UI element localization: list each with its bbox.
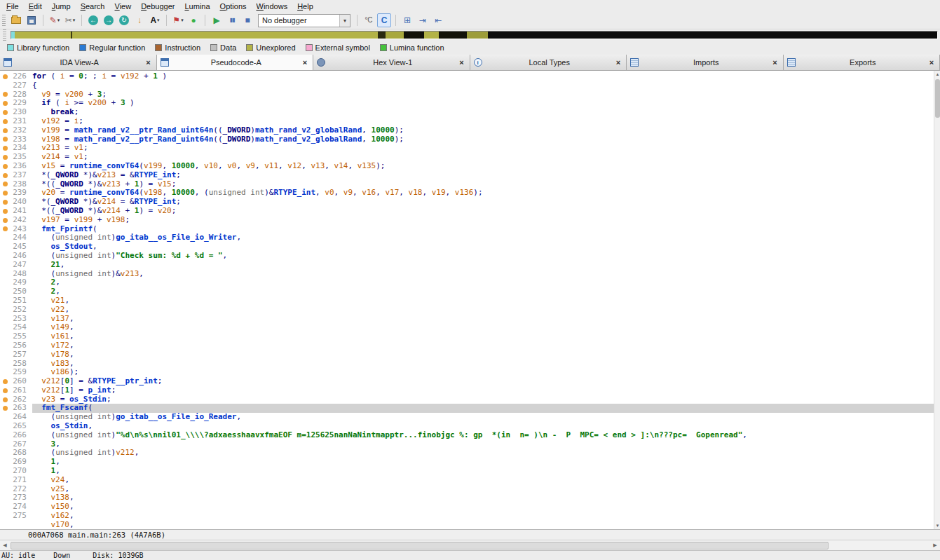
code-text[interactable]: v22, xyxy=(32,306,934,315)
code-text[interactable]: v137, xyxy=(32,315,934,324)
code-line-230[interactable]: 230 break; xyxy=(0,108,934,117)
tab-close-icon[interactable]: × xyxy=(927,58,936,67)
code-line-269[interactable]: 269 1, xyxy=(0,458,934,467)
code-text[interactable]: v25, xyxy=(32,485,934,494)
code-line-226[interactable]: 226for ( i = 0; ; i = v192 + 1 ) xyxy=(0,72,934,81)
code-text[interactable]: 2, xyxy=(32,287,934,296)
code-line-264[interactable]: 264 (unsigned int)go_itab__os_File_io_Re… xyxy=(0,413,934,422)
navband-segment-4[interactable] xyxy=(378,32,386,39)
navband-segment-8[interactable] xyxy=(439,32,467,39)
menu-edit[interactable]: Edit xyxy=(24,1,47,11)
code-line-272[interactable]: 272 v25, xyxy=(0,485,934,494)
code-text[interactable]: v24, xyxy=(32,476,934,485)
exports-list-button[interactable]: ⇤ xyxy=(431,13,445,27)
code-line-249[interactable]: 249 2, xyxy=(0,278,934,287)
imports-list-button[interactable]: ⇥ xyxy=(416,13,430,27)
menu-debugger[interactable]: Debugger xyxy=(136,1,179,11)
navband-segment-1[interactable] xyxy=(15,32,70,39)
code-line-229[interactable]: 229 if ( i >= v200 + 3 ) xyxy=(0,99,934,108)
menu-options[interactable]: Options xyxy=(215,1,252,11)
code-line-260[interactable]: 260 v212[0] = &RTYPE__ptr_int; xyxy=(0,377,934,386)
code-text[interactable]: v183, xyxy=(32,360,934,369)
code-text[interactable]: v212[0] = &RTYPE__ptr_int; xyxy=(32,377,934,386)
menu-search[interactable]: Search xyxy=(76,1,110,11)
code-line-261[interactable]: 261 v212[1] = p_int; xyxy=(0,386,934,395)
code-text[interactable]: (unsigned int)go_itab__os_File_io_Reader… xyxy=(32,413,934,422)
navband-segment-5[interactable] xyxy=(386,32,404,39)
code-line-228[interactable]: 228 v9 = v200 + 3; xyxy=(0,90,934,100)
code-text[interactable]: v198 = math_rand_v2__ptr_Rand_uint64n((_… xyxy=(32,135,934,144)
toolbar-drag-handle[interactable] xyxy=(2,15,6,26)
code-text[interactable]: v186); xyxy=(32,368,934,377)
code-text[interactable]: (unsigned int)"%d\n%s\nnil01_\\\\?adxaes… xyxy=(32,431,934,440)
code-text[interactable]: v149, xyxy=(32,323,934,332)
tab-close-icon[interactable]: × xyxy=(144,58,153,67)
breakpoint-flag-button[interactable]: ⚑▾ xyxy=(171,13,185,27)
code-text[interactable]: v197 = v199 + v198; xyxy=(32,216,934,225)
code-text[interactable]: 1, xyxy=(32,467,934,476)
code-text[interactable]: v162, xyxy=(32,512,934,521)
code-text[interactable]: if ( i >= v200 + 3 ) xyxy=(32,99,934,108)
code-text[interactable]: 21, xyxy=(32,261,934,270)
code-line-254[interactable]: 254 v149, xyxy=(0,323,934,332)
navband-segment-6[interactable] xyxy=(404,32,424,39)
code-text[interactable]: (unsigned int)go_itab__os_File_io_Writer… xyxy=(32,233,934,243)
vertical-scroll-thumb[interactable] xyxy=(935,79,940,118)
code-line-256[interactable]: 256 v172, xyxy=(0,341,934,350)
code-text[interactable]: v150, xyxy=(32,503,934,512)
nav-forward-button[interactable]: → xyxy=(102,13,116,27)
menu-view[interactable]: View xyxy=(110,1,137,11)
navband-segment-3[interactable] xyxy=(72,32,378,39)
chevron-down-icon[interactable]: ▾ xyxy=(339,15,350,27)
code-line-227[interactable]: 227{ xyxy=(0,81,934,90)
code-text[interactable]: (unsigned int)"Check sum: %d + %d = ", xyxy=(32,252,934,261)
code-line-244[interactable]: 244 (unsigned int)go_itab__os_File_io_Wr… xyxy=(0,233,934,243)
desktop-grid-button[interactable]: ⊞ xyxy=(400,13,414,27)
jump-address-button[interactable]: ↓ xyxy=(132,13,147,27)
code-line-268[interactable]: 268 (unsigned int)v212, xyxy=(0,449,934,458)
navband-drag-handle[interactable] xyxy=(3,29,6,41)
code-line-258[interactable]: 258 v183, xyxy=(0,360,934,369)
code-line-270[interactable]: 270 1, xyxy=(0,467,934,476)
code-line-233[interactable]: 233 v198 = math_rand_v2__ptr_Rand_uint64… xyxy=(0,135,934,144)
pause-process-button[interactable]: ▮▮ xyxy=(225,13,239,27)
open-file-button[interactable] xyxy=(9,13,23,27)
code-text[interactable]: 1, xyxy=(32,458,934,467)
code-line-253[interactable]: 253 v137, xyxy=(0,315,934,324)
scroll-up-arrow-icon[interactable]: ▲ xyxy=(934,71,940,78)
debugger-select[interactable]: No debugger▾ xyxy=(258,14,350,27)
code-text[interactable]: v138, xyxy=(32,493,934,503)
code-text[interactable]: v172, xyxy=(32,341,934,350)
code-line-242[interactable]: 242 v197 = v199 + v198; xyxy=(0,216,934,225)
tab-hex-view-1[interactable]: Hex View-1× xyxy=(313,55,470,70)
menu-file[interactable]: File xyxy=(1,1,24,11)
code-text[interactable]: v9 = v200 + 3; xyxy=(32,90,934,100)
navband-segment-7[interactable] xyxy=(424,32,439,39)
code-line-262[interactable]: 262 v23 = os_Stdin; xyxy=(0,395,934,404)
snapshot-brush-button[interactable]: ✎▾ xyxy=(48,13,62,27)
code-line-266[interactable]: 266 (unsigned int)"%d\n%s\nnil01_\\\\?ad… xyxy=(0,431,934,440)
navband-segment-9[interactable] xyxy=(467,32,488,39)
menu-jump[interactable]: Jump xyxy=(47,1,76,11)
tab-close-icon[interactable]: × xyxy=(458,58,466,67)
code-text[interactable]: *((_QWORD *)&v214 + 1) = v20; xyxy=(32,207,934,216)
menu-windows[interactable]: Windows xyxy=(252,1,293,11)
scroll-down-arrow-icon[interactable]: ▼ xyxy=(934,522,940,529)
code-line-271[interactable]: 271 v24, xyxy=(0,476,934,485)
code-line-251[interactable]: 251 v21, xyxy=(0,296,934,306)
c-compiler-button[interactable]: C xyxy=(377,13,391,27)
code-line-273[interactable]: 273 v138, xyxy=(0,493,934,503)
code-text[interactable]: break; xyxy=(32,108,934,117)
code-text[interactable]: { xyxy=(32,81,934,90)
code-line-250[interactable]: 250 2, xyxy=(0,287,934,296)
tab-close-icon[interactable]: × xyxy=(301,58,309,67)
code-line-241[interactable]: 241 *((_QWORD *)&v214 + 1) = v20; xyxy=(0,207,934,216)
code-text[interactable]: v170, xyxy=(32,521,934,529)
lumina-status-button[interactable]: ● xyxy=(186,13,200,27)
text-search-button[interactable]: A▾ xyxy=(148,13,162,27)
code-line-partial[interactable]: v170, xyxy=(0,521,934,529)
code-line-257[interactable]: 257 v178, xyxy=(0,350,934,360)
cut-tool-button[interactable]: ✂▾ xyxy=(63,13,77,27)
code-text[interactable]: 2, xyxy=(32,278,934,287)
code-text[interactable]: for ( i = 0; ; i = v192 + 1 ) xyxy=(32,72,934,81)
